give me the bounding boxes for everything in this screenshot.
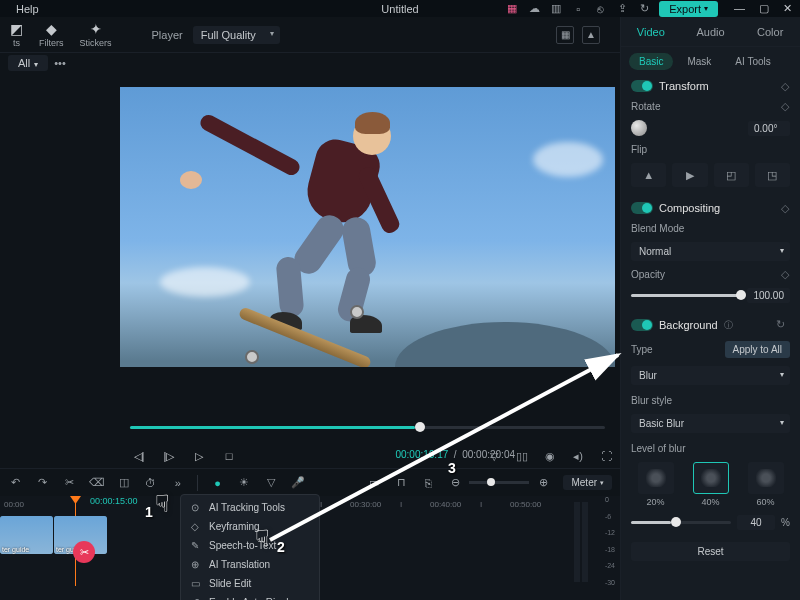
tab-audio[interactable]: Audio <box>681 17 741 46</box>
reset-icon[interactable]: ↻ <box>776 318 790 332</box>
snapshot-icon[interactable]: ▲ <box>582 26 600 44</box>
ctx-slide-edit[interactable]: ▭Slide Edit <box>181 574 319 593</box>
minimize-icon[interactable]: — <box>734 2 745 15</box>
tool-stickers[interactable]: ✦Stickers <box>74 19 118 50</box>
link-icon[interactable]: ⎘ <box>421 475 436 491</box>
playback-progress[interactable] <box>130 423 605 431</box>
zoom-out-icon[interactable]: ⊖ <box>447 475 463 491</box>
subtab-basic[interactable]: Basic <box>629 53 673 70</box>
marker-icon[interactable]: ▽ <box>485 447 503 465</box>
subtab-mask[interactable]: Mask <box>677 53 721 70</box>
zoom-slider[interactable] <box>469 481 529 484</box>
transform-toggle[interactable] <box>631 80 653 92</box>
video-preview[interactable] <box>120 87 615 367</box>
ctx-ai-tracking[interactable]: ⊙AI Tracking Tools <box>181 498 319 517</box>
rotate-value[interactable]: 0.00° <box>748 121 790 136</box>
ctx-auto-ripple[interactable]: ↺Enable Auto Ripple <box>181 593 319 600</box>
volume-icon[interactable]: ◂) <box>569 447 587 465</box>
apply-to-all-button[interactable]: Apply to All <box>725 341 790 358</box>
meter-dropdown[interactable]: Meter <box>563 475 612 490</box>
keyframe-diamond-icon[interactable]: ◇ <box>780 203 790 213</box>
playback-controls: ◁| |▷ ▷ □ <box>130 447 238 465</box>
record-icon[interactable]: ● <box>210 475 225 491</box>
keyframe-diamond-icon[interactable]: ◇ <box>780 102 790 112</box>
blur-level-slider[interactable] <box>631 521 731 524</box>
save-icon[interactable]: ▫ <box>571 2 585 16</box>
cloud-icon[interactable]: ☁ <box>527 2 541 16</box>
prev-frame-button[interactable]: ◁| <box>130 447 148 465</box>
gift-icon[interactable]: ▦ <box>505 2 519 16</box>
cut-icon[interactable]: ✂ <box>62 475 77 491</box>
flip-horizontal-button[interactable]: ▲ <box>631 163 666 187</box>
tab-video[interactable]: Video <box>621 17 681 46</box>
tool-icon[interactable]: ▥ <box>549 2 563 16</box>
blur-level-value[interactable]: 40 <box>737 515 775 530</box>
blur-style-dropdown[interactable]: Basic Blur <box>631 414 790 433</box>
ctx-speech-to-text[interactable]: ✎Speech-to-Text <box>181 536 319 555</box>
crop-icon[interactable]: ◫ <box>117 475 132 491</box>
maximize-icon[interactable]: ▢ <box>759 2 769 15</box>
quality-dropdown[interactable]: Full Quality <box>193 26 280 44</box>
ctx-ai-translation[interactable]: ⊕AI Translation <box>181 555 319 574</box>
blur-40-button[interactable] <box>693 462 729 494</box>
next-frame-button[interactable]: |▷ <box>160 447 178 465</box>
zoom-in-icon[interactable]: ⊕ <box>535 475 551 491</box>
background-toggle[interactable] <box>631 319 653 331</box>
tool-transitions[interactable]: ◩ts <box>4 19 29 50</box>
track-icon[interactable]: ▭ <box>367 475 382 491</box>
marker2-icon[interactable]: ▽ <box>264 475 279 491</box>
play-button[interactable]: ▷ <box>190 447 208 465</box>
link-icon[interactable]: ⎋ <box>593 2 607 16</box>
rotate-knob[interactable] <box>631 120 647 136</box>
menu-help[interactable]: Help <box>8 3 47 15</box>
percent-label: % <box>781 517 790 528</box>
opacity-label: Opacity <box>631 269 665 280</box>
blend-mode-dropdown[interactable]: Normal <box>631 242 790 261</box>
fullscreen-icon[interactable]: ⛶ <box>597 447 615 465</box>
transitions-icon: ◩ <box>10 21 23 37</box>
adjust-icon[interactable]: ☀ <box>237 475 252 491</box>
opacity-slider[interactable] <box>631 294 741 297</box>
compositing-toggle[interactable] <box>631 202 653 214</box>
info-icon[interactable]: ⓘ <box>724 319 733 332</box>
context-menu: ⊙AI Tracking Tools ◇Keyframing ✎Speech-t… <box>180 494 320 600</box>
history-icon[interactable]: ↻ <box>637 2 651 16</box>
delete-icon[interactable]: ⌫ <box>89 475 105 491</box>
undo-icon[interactable]: ↶ <box>8 475 23 491</box>
opacity-value[interactable]: 100.00 <box>747 288 790 303</box>
ctx-keyframing[interactable]: ◇Keyframing <box>181 517 319 536</box>
stop-button[interactable]: □ <box>220 447 238 465</box>
blur-style-label: Blur style <box>631 395 672 406</box>
blur-20-button[interactable] <box>638 462 674 494</box>
speed-icon[interactable]: ⏱ <box>144 475 159 491</box>
all-filter-dropdown[interactable]: All <box>8 55 48 71</box>
titlebar: Help Untitled ▦ ☁ ▥ ▫ ⎋ ⇪ ↻ Export — ▢ ✕ <box>0 0 800 17</box>
export-button[interactable]: Export <box>659 1 718 17</box>
subtab-ai-tools[interactable]: AI Tools <box>725 53 780 70</box>
reset-button[interactable]: Reset <box>631 542 790 561</box>
rotate-ccw-button[interactable]: ◰ <box>714 163 749 187</box>
tab-color[interactable]: Color <box>740 17 800 46</box>
more-icon[interactable]: ••• <box>54 57 66 69</box>
rotate-cw-button[interactable]: ◳ <box>755 163 790 187</box>
compositing-label: Compositing <box>659 202 720 214</box>
scissors-icon[interactable]: ✂ <box>73 541 95 563</box>
redo-icon[interactable]: ↷ <box>35 475 50 491</box>
flip-vertical-button[interactable]: ▶ <box>672 163 707 187</box>
video-clip[interactable]: ter guide <box>0 516 53 554</box>
more-tools-icon[interactable]: » <box>170 475 185 491</box>
layout-icon[interactable]: ▦ <box>556 26 574 44</box>
keyframe-diamond-icon[interactable]: ◇ <box>780 270 790 280</box>
tool-filters[interactable]: ◆Filters <box>33 19 70 50</box>
magnet-icon[interactable]: ⊓ <box>394 475 409 491</box>
keyframe-diamond-icon[interactable]: ◇ <box>780 81 790 91</box>
close-icon[interactable]: ✕ <box>783 2 792 15</box>
bg-type-dropdown[interactable]: Blur <box>631 366 790 385</box>
voice-icon[interactable]: 🎤 <box>291 475 306 491</box>
blur-60-button[interactable] <box>748 462 784 494</box>
snapshot-icon[interactable]: ◉ <box>541 447 559 465</box>
type-label: Type <box>631 344 653 355</box>
compare-icon[interactable]: ▯▯ <box>513 447 531 465</box>
properties-panel: Video Audio Color Basic Mask AI Tools Tr… <box>620 17 800 600</box>
share-icon[interactable]: ⇪ <box>615 2 629 16</box>
